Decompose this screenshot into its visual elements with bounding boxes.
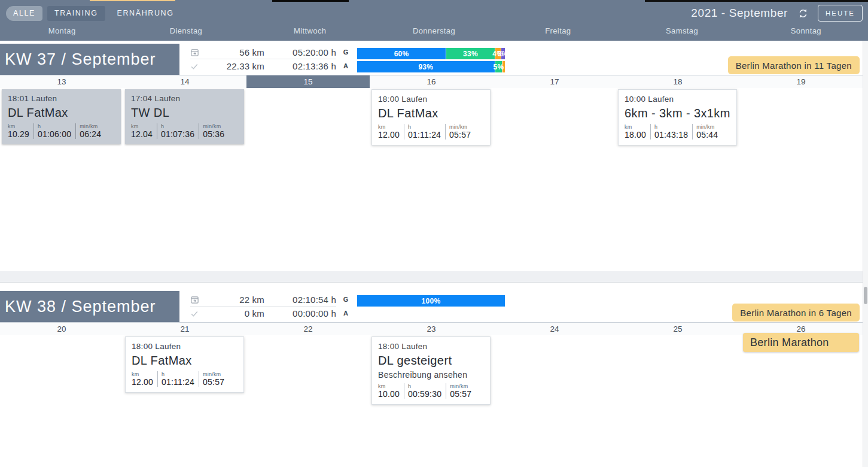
view-tabs: ALLETRAININGERNÄHRUNG xyxy=(6,6,181,21)
day-header-montag: Montag xyxy=(0,26,124,38)
workout-title: TW DL xyxy=(131,106,238,120)
stat-unit-label: km xyxy=(378,124,400,130)
day-header-samstag: Samstag xyxy=(620,26,744,38)
stat-value: 06:24 xyxy=(80,129,101,139)
workout-time: 18:00 Laufen xyxy=(378,342,484,351)
stat-pace: min/km05:57 xyxy=(199,371,229,387)
stat-unit-label: h xyxy=(654,124,688,130)
day-number-cell[interactable]: 20 xyxy=(0,323,123,335)
progress-segment-label: 5% xyxy=(493,63,504,71)
progress-segment: 60% xyxy=(357,48,446,59)
stat-h: h01:11:24 xyxy=(404,124,445,140)
workout-time: 18:00 Laufen xyxy=(378,95,484,104)
refresh-icon[interactable] xyxy=(797,7,809,19)
workout-stats: km12.04h01:07:36min/km05:36 xyxy=(131,123,238,139)
week-title: KW 37 / September xyxy=(0,44,179,75)
day-header-sonntag: Sonntag xyxy=(744,26,868,38)
stat-value: 05:36 xyxy=(203,129,224,139)
day-number-cell[interactable]: 16 xyxy=(370,75,493,88)
completed-row-label: A xyxy=(339,310,353,317)
stat-unit-label: min/km xyxy=(80,123,101,129)
scrollbar-thumb[interactable] xyxy=(864,287,867,304)
stat-km: km12.00 xyxy=(132,371,157,387)
day-number-cell[interactable]: 14 xyxy=(123,75,246,88)
completed-duration: 02:13:36 h xyxy=(264,61,336,71)
stat-value: 05:44 xyxy=(696,130,718,140)
planned-row-label: G xyxy=(339,48,353,56)
day-number-cell[interactable]: 22 xyxy=(246,323,370,335)
scrollbar-track[interactable] xyxy=(863,41,868,467)
progress-segment-label: 93% xyxy=(418,63,433,71)
planned-duration: 02:10:54 h xyxy=(264,295,336,305)
tab-training[interactable]: TRAINING xyxy=(47,6,105,21)
stat-km: km12.04 xyxy=(131,123,157,139)
completed-distance: 0 km xyxy=(205,308,264,319)
day-number-cell[interactable]: 19 xyxy=(739,75,863,88)
workout-time: 17:04 Laufen xyxy=(131,94,238,103)
month-label: 2021 - September xyxy=(691,7,788,20)
planned-progress-bar: 100% xyxy=(357,295,505,307)
stat-value: 10.00 xyxy=(378,389,400,399)
stat-value: 00:59:30 xyxy=(408,389,441,399)
planned-stats-row: 56 km05:20:00 h xyxy=(190,46,336,59)
workout-stats: km18.00h01:43:18min/km05:44 xyxy=(625,124,730,140)
progress-segment: 93% xyxy=(357,61,495,72)
day-number-cell[interactable]: 18 xyxy=(616,75,739,88)
day-number-cell[interactable]: 17 xyxy=(493,75,616,88)
stat-value: 10.29 xyxy=(8,129,29,139)
check-icon xyxy=(190,310,205,318)
stat-pace: min/km05:57 xyxy=(446,383,476,399)
today-button[interactable]: HEUTE xyxy=(818,5,863,22)
stat-value: 12.00 xyxy=(378,130,400,140)
calendar-icon xyxy=(190,295,205,304)
completed-progress-bar: 93%5% xyxy=(357,61,505,72)
progress-segment-label: 100% xyxy=(422,297,441,305)
stat-unit-label: km xyxy=(131,123,153,129)
stat-unit-label: min/km xyxy=(450,383,471,389)
day-number-cell[interactable]: 23 xyxy=(370,323,493,335)
stat-unit-label: min/km xyxy=(203,371,224,377)
stat-unit-label: km xyxy=(625,124,646,130)
stat-km: km10.00 xyxy=(378,383,404,399)
day-number-cell[interactable]: 25 xyxy=(616,323,739,335)
day-number-cell[interactable]: 13 xyxy=(0,75,123,88)
stat-unit-label: km xyxy=(378,383,400,389)
progress-segment-label: 60% xyxy=(394,50,409,58)
workout-card[interactable]: 18:00 LaufenDL gesteigertBeschreibung an… xyxy=(371,336,491,405)
workout-card[interactable]: 18:00 LaufenDL FatMaxkm12.00h01:11:24min… xyxy=(125,336,244,393)
stat-unit-label: h xyxy=(161,123,194,129)
completed-duration: 00:00:00 h xyxy=(264,308,336,319)
day-number-cell[interactable]: 21 xyxy=(123,323,246,335)
stat-pace: min/km05:44 xyxy=(692,124,722,140)
check-icon xyxy=(190,62,205,71)
week-section-kw-38-september: KW 38 / September22 km02:10:54 h0 km00:0… xyxy=(0,288,863,467)
workout-card[interactable]: 18:00 LaufenDL FatMaxkm12.00h01:11:24min… xyxy=(371,89,491,145)
race-event-chip[interactable]: Berlin Marathon xyxy=(743,333,859,352)
day-number-cell[interactable]: 24 xyxy=(493,323,616,335)
workout-stats: km10.29h01:06:00min/km06:24 xyxy=(8,123,115,139)
workout-card[interactable]: 10:00 Laufen6km - 3km - 3x1kmkm18.00h01:… xyxy=(618,89,737,145)
workout-card[interactable]: 17:04 LaufenTW DLkm12.04h01:07:36min/km0… xyxy=(125,89,244,144)
stat-value: 05:57 xyxy=(203,377,224,387)
week-title: KW 38 / September xyxy=(0,291,179,322)
planned-stats-row: 22 km02:10:54 h xyxy=(190,293,336,307)
completed-stats-row: 22.33 km02:13:36 h xyxy=(190,59,336,73)
progress-segment: 33% xyxy=(446,48,495,59)
description-link[interactable]: Beschreibung ansehen xyxy=(378,370,484,380)
week-stats: 22 km02:10:54 h0 km00:00:00 h xyxy=(190,293,336,320)
stat-unit-label: min/km xyxy=(449,124,471,130)
day-number-cell[interactable]: 15 xyxy=(246,75,370,88)
stat-unit-label: km xyxy=(132,371,153,377)
stat-pace: min/km05:36 xyxy=(199,123,229,139)
top-edge-artifact xyxy=(645,0,868,2)
stat-unit-label: min/km xyxy=(203,123,224,129)
stat-value: 01:06:00 xyxy=(38,129,71,139)
tab-alle[interactable]: ALLE xyxy=(6,6,42,21)
planned-distance: 56 km xyxy=(205,47,264,57)
stat-unit-label: h xyxy=(38,123,71,129)
workout-card[interactable]: 18:01 LaufenDL FatMaxkm10.29h01:06:00min… xyxy=(2,89,121,144)
stat-km: km18.00 xyxy=(625,124,650,140)
tab-ern-hrung[interactable]: ERNÄHRUNG xyxy=(110,6,181,21)
day-header-donnerstag: Donnerstag xyxy=(372,26,496,38)
stat-value: 12.00 xyxy=(132,377,153,387)
